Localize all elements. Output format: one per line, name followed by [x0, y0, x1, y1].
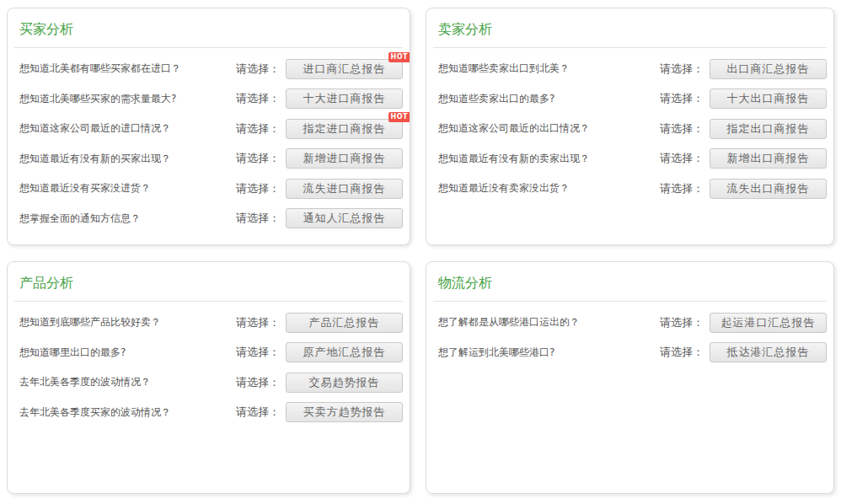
report-button[interactable]: 通知人汇总报告 — [286, 208, 403, 228]
panel-title: 买家分析 — [19, 20, 398, 38]
panel-logistics-analysis: 物流分析 想了解都是从哪些港口运出的？ 请选择： 起运港口汇总报告 想了解运到北… — [426, 261, 834, 494]
select-label: 请选择： — [236, 315, 280, 330]
report-button-wrap: 流失出口商报告 — [710, 179, 827, 199]
report-button[interactable]: 起运港口汇总报告 — [710, 313, 827, 333]
report-row: 想知道这家公司最近的出口情况？ 请选择： 指定出口商报告 — [433, 114, 827, 144]
panel-title: 物流分析 — [438, 274, 822, 292]
panel-rows: 想了解都是从哪些港口运出的？ 请选择： 起运港口汇总报告 想了解运到北美哪些港口… — [433, 308, 827, 367]
select-label: 请选择： — [660, 62, 704, 77]
question-text: 想知道哪些卖家出口到北美？ — [433, 62, 660, 76]
question-text: 想了解运到北美哪些港口? — [433, 346, 660, 360]
report-button-wrap: 十大出口商报告 — [710, 88, 827, 109]
report-button[interactable]: 十大出口商报告 — [710, 88, 827, 109]
question-text: 想知道哪里出口的最多? — [14, 346, 236, 360]
report-row: 想知道最近有没有新的买家出现？ 请选择： 新增进口商报告 — [14, 144, 403, 174]
report-button-wrap: 通知人汇总报告 — [286, 208, 403, 228]
question-text: 想知道最近没有卖家没出货？ — [433, 181, 660, 196]
report-button-wrap: 进口商汇总报告 HOT — [286, 59, 403, 79]
panel-title: 产品分析 — [19, 274, 398, 292]
panel-rows: 想知道北美都有哪些买家都在进口？ 请选择： 进口商汇总报告 HOT 想知道北美哪… — [14, 54, 403, 233]
question-text: 想知道最近有没有新的买家出现？ — [14, 152, 236, 166]
report-button[interactable]: 出口商汇总报告 — [710, 59, 827, 79]
report-button[interactable]: 流失出口商报告 — [710, 179, 827, 199]
question-text: 想知道北美哪些买家的需求量最大? — [14, 92, 236, 106]
report-button-wrap: 产品汇总报告 — [286, 313, 403, 333]
select-label: 请选择： — [236, 345, 280, 360]
question-text: 去年北美各季度买家的波动情况？ — [14, 405, 236, 420]
question-text: 想掌握全面的通知方信息？ — [14, 212, 236, 226]
panel-header: 卖家分析 — [433, 8, 827, 48]
report-row: 想知道些卖家出口的最多? 请选择： 十大出口商报告 — [433, 84, 827, 115]
report-button[interactable]: 买卖方趋势报告 — [286, 402, 403, 422]
panel-product-analysis: 产品分析 想知道到底哪些产品比较好卖？ 请选择： 产品汇总报告 想知道哪里出口的… — [7, 261, 410, 494]
report-button-wrap: 新增进口商报告 — [286, 148, 403, 169]
select-label: 请选择： — [660, 121, 704, 137]
report-button[interactable]: 进口商汇总报告 — [286, 59, 403, 79]
panel-header: 物流分析 — [433, 262, 827, 302]
report-row: 想知道最近有没有新的卖家出现？ 请选择： 新增出口商报告 — [433, 144, 827, 174]
question-text: 想知道最近没有买家没进货？ — [14, 181, 236, 196]
report-button[interactable]: 指定进口商报告 — [286, 119, 403, 139]
select-label: 请选择： — [236, 121, 280, 137]
question-text: 想了解都是从哪些港口运出的？ — [433, 315, 660, 330]
panel-buyer-analysis: 买家分析 想知道北美都有哪些买家都在进口？ 请选择： 进口商汇总报告 HOT 想… — [7, 8, 410, 245]
select-label: 请选择： — [660, 181, 704, 196]
report-row: 想了解都是从哪些港口运出的？ 请选择： 起运港口汇总报告 — [433, 308, 827, 338]
report-button[interactable]: 新增出口商报告 — [710, 148, 827, 169]
select-label: 请选择： — [660, 151, 704, 166]
question-text: 想知道最近有没有新的卖家出现？ — [433, 152, 660, 166]
report-row: 想知道这家公司最近的进口情况？ 请选择： 指定进口商报告 HOT — [14, 114, 403, 144]
question-text: 想知道到底哪些产品比较好卖？ — [14, 315, 236, 330]
hot-badge: HOT — [388, 52, 410, 62]
report-button-wrap: 出口商汇总报告 — [710, 59, 827, 79]
report-button-wrap: 买卖方趋势报告 — [286, 402, 403, 422]
report-button[interactable]: 指定出口商报告 — [710, 119, 827, 139]
select-label: 请选择： — [236, 91, 280, 106]
report-row: 想知道到底哪些产品比较好卖？ 请选择： 产品汇总报告 — [14, 308, 403, 338]
report-button-wrap: 十大进口商报告 — [286, 88, 403, 109]
report-button-wrap: 抵达港汇总报告 — [710, 342, 827, 362]
select-label: 请选择： — [660, 345, 704, 360]
report-row: 想知道哪些卖家出口到北美？ 请选择： 出口商汇总报告 — [433, 54, 827, 84]
report-button-wrap: 流失进口商报告 — [286, 179, 403, 199]
question-text: 想知道这家公司最近的进口情况？ — [14, 121, 236, 136]
select-label: 请选择： — [236, 151, 280, 166]
hot-badge: HOT — [388, 112, 410, 122]
report-button[interactable]: 新增进口商报告 — [286, 148, 403, 169]
select-label: 请选择： — [236, 62, 280, 77]
report-row: 想掌握全面的通知方信息？ 请选择： 通知人汇总报告 — [14, 204, 403, 234]
question-text: 想知道些卖家出口的最多? — [433, 92, 660, 106]
select-label: 请选择： — [236, 211, 280, 226]
report-button-wrap: 原产地汇总报告 — [286, 342, 403, 362]
report-selection-page: 买家分析 想知道北美都有哪些买家都在进口？ 请选择： 进口商汇总报告 HOT 想… — [0, 0, 841, 494]
panel-header: 买家分析 — [14, 8, 403, 48]
report-row: 去年北美各季度买家的波动情况？ 请选择： 买卖方趋势报告 — [14, 398, 403, 428]
report-button-wrap: 新增出口商报告 — [710, 148, 827, 169]
report-row: 想知道最近没有买家没进货？ 请选择： 流失进口商报告 — [14, 174, 403, 204]
report-button[interactable]: 交易趋势报告 — [286, 373, 403, 393]
select-label: 请选择： — [236, 405, 280, 420]
report-row: 想知道北美都有哪些买家都在进口？ 请选择： 进口商汇总报告 HOT — [14, 54, 403, 84]
question-text: 想知道北美都有哪些买家都在进口？ — [14, 62, 236, 76]
report-button-wrap: 起运港口汇总报告 — [710, 313, 827, 333]
report-row: 想知道哪里出口的最多? 请选择： 原产地汇总报告 — [14, 338, 403, 368]
report-button-wrap: 指定进口商报告 HOT — [286, 119, 403, 139]
report-button[interactable]: 原产地汇总报告 — [286, 342, 403, 362]
report-row: 去年北美各季度的波动情况？ 请选择： 交易趋势报告 — [14, 367, 403, 398]
report-button[interactable]: 十大进口商报告 — [286, 88, 403, 109]
question-text: 想知道这家公司最近的出口情况？ — [433, 121, 660, 136]
select-label: 请选择： — [660, 91, 704, 106]
panel-header: 产品分析 — [14, 262, 403, 302]
report-button[interactable]: 抵达港汇总报告 — [710, 342, 827, 362]
panel-title: 卖家分析 — [438, 20, 822, 38]
report-row: 想了解运到北美哪些港口? 请选择： 抵达港汇总报告 — [433, 338, 827, 368]
report-button[interactable]: 产品汇总报告 — [286, 313, 403, 333]
select-label: 请选择： — [236, 181, 280, 196]
panel-seller-analysis: 卖家分析 想知道哪些卖家出口到北美？ 请选择： 出口商汇总报告 想知道些卖家出口… — [426, 8, 834, 245]
panel-rows: 想知道到底哪些产品比较好卖？ 请选择： 产品汇总报告 想知道哪里出口的最多? 请… — [14, 308, 403, 427]
report-row: 想知道最近没有卖家没出货？ 请选择： 流失出口商报告 — [433, 174, 827, 204]
report-button-wrap: 交易趋势报告 — [286, 373, 403, 393]
report-row: 想知道北美哪些买家的需求量最大? 请选择： 十大进口商报告 — [14, 84, 403, 115]
report-button[interactable]: 流失进口商报告 — [286, 179, 403, 199]
report-button-wrap: 指定出口商报告 — [710, 119, 827, 139]
